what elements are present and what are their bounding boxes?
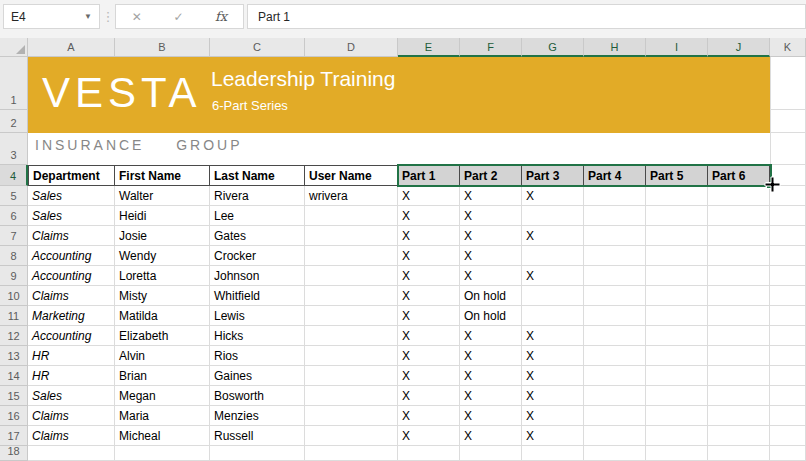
cell-E8[interactable]: X xyxy=(398,246,460,266)
cell-B6[interactable]: Heidi xyxy=(115,206,210,226)
cell-I10[interactable] xyxy=(646,286,708,306)
cell-C13[interactable]: Rios xyxy=(210,346,305,366)
cell-H10[interactable] xyxy=(584,286,646,306)
cell-H4[interactable]: Part 4 xyxy=(584,165,646,186)
row-header-12[interactable]: 12 xyxy=(0,326,28,346)
cell-A10[interactable]: Claims xyxy=(28,286,115,306)
cell-J12[interactable] xyxy=(708,326,770,346)
cell-E9[interactable]: X xyxy=(398,266,460,286)
cell-J11[interactable] xyxy=(708,306,770,326)
cell-E4[interactable]: Part 1 xyxy=(398,165,460,186)
cell-K14[interactable] xyxy=(770,366,806,386)
cell-K10[interactable] xyxy=(770,286,806,306)
cell-G15[interactable]: X xyxy=(522,386,584,406)
cell-D4[interactable]: User Name xyxy=(305,165,398,186)
cell-F5[interactable]: X xyxy=(460,186,522,206)
cell-E11[interactable]: X xyxy=(398,306,460,326)
row-header-1[interactable]: 1 xyxy=(0,57,28,110)
cell-C18[interactable] xyxy=(210,446,305,461)
column-header-J[interactable]: J xyxy=(708,38,770,57)
row-header-9[interactable]: 9 xyxy=(0,266,28,286)
cell-E14[interactable]: X xyxy=(398,366,460,386)
row-header-10[interactable]: 10 xyxy=(0,286,28,306)
cell-C8[interactable]: Crocker xyxy=(210,246,305,266)
cell-G11[interactable] xyxy=(522,306,584,326)
cell-D9[interactable] xyxy=(305,266,398,286)
row-header-14[interactable]: 14 xyxy=(0,366,28,386)
cell-H9[interactable] xyxy=(584,266,646,286)
cell-D6[interactable] xyxy=(305,206,398,226)
cell-C7[interactable]: Gates xyxy=(210,226,305,246)
cell-F4[interactable]: Part 2 xyxy=(460,165,522,186)
cell-F12[interactable]: X xyxy=(460,326,522,346)
cell-K5[interactable] xyxy=(770,186,806,206)
cell-I8[interactable] xyxy=(646,246,708,266)
cell-F11[interactable]: On hold xyxy=(460,306,522,326)
cell-J14[interactable] xyxy=(708,366,770,386)
cell-K4[interactable] xyxy=(770,165,806,186)
cell-J5[interactable] xyxy=(708,186,770,206)
cell-C12[interactable]: Hicks xyxy=(210,326,305,346)
row-header-17[interactable]: 17 xyxy=(0,426,28,446)
cell-B8[interactable]: Wendy xyxy=(115,246,210,266)
cell-I17[interactable] xyxy=(646,426,708,446)
column-header-C[interactable]: C xyxy=(210,38,305,57)
cell-K1[interactable] xyxy=(770,57,806,110)
cell-H18[interactable] xyxy=(584,446,646,461)
row-header-15[interactable]: 15 xyxy=(0,386,28,406)
cell-H12[interactable] xyxy=(584,326,646,346)
cell-J4[interactable]: Part 6 xyxy=(708,165,770,186)
cell-B18[interactable] xyxy=(115,446,210,461)
insert-function-icon[interactable]: fx xyxy=(215,9,227,24)
cell-I13[interactable] xyxy=(646,346,708,366)
cell-C16[interactable]: Menzies xyxy=(210,406,305,426)
cell-H14[interactable] xyxy=(584,366,646,386)
cell-I15[interactable] xyxy=(646,386,708,406)
row-header-8[interactable]: 8 xyxy=(0,246,28,266)
cell-D11[interactable] xyxy=(305,306,398,326)
cell-A9[interactable]: Accounting xyxy=(28,266,115,286)
cell-C5[interactable]: Rivera xyxy=(210,186,305,206)
cell-I14[interactable] xyxy=(646,366,708,386)
fill-handle[interactable] xyxy=(766,182,773,189)
cell-I12[interactable] xyxy=(646,326,708,346)
cell-G18[interactable] xyxy=(522,446,584,461)
cell-K11[interactable] xyxy=(770,306,806,326)
row-header-13[interactable]: 13 xyxy=(0,346,28,366)
cell-G17[interactable]: X xyxy=(522,426,584,446)
cell-A8[interactable]: Accounting xyxy=(28,246,115,266)
cell-D17[interactable] xyxy=(305,426,398,446)
cell-A12[interactable]: Accounting xyxy=(28,326,115,346)
cell-D12[interactable] xyxy=(305,326,398,346)
cell-D8[interactable] xyxy=(305,246,398,266)
cell-H8[interactable] xyxy=(584,246,646,266)
cell-H11[interactable] xyxy=(584,306,646,326)
cell-F10[interactable]: On hold xyxy=(460,286,522,306)
cell-C15[interactable]: Bosworth xyxy=(210,386,305,406)
row-header-2[interactable]: 2 xyxy=(0,110,28,133)
cell-B11[interactable]: Matilda xyxy=(115,306,210,326)
cell-G8[interactable] xyxy=(522,246,584,266)
enter-icon[interactable]: ✓ xyxy=(173,10,183,24)
row-header-6[interactable]: 6 xyxy=(0,206,28,226)
cell-H13[interactable] xyxy=(584,346,646,366)
cell-C9[interactable]: Johnson xyxy=(210,266,305,286)
cell-I18[interactable] xyxy=(646,446,708,461)
cell-K15[interactable] xyxy=(770,386,806,406)
column-header-B[interactable]: B xyxy=(115,38,210,57)
cell-C17[interactable]: Russell xyxy=(210,426,305,446)
cell-B16[interactable]: Maria xyxy=(115,406,210,426)
column-header-D[interactable]: D xyxy=(305,38,398,57)
cell-E5[interactable]: X xyxy=(398,186,460,206)
cell-I16[interactable] xyxy=(646,406,708,426)
cell-C14[interactable]: Gaines xyxy=(210,366,305,386)
cell-H5[interactable] xyxy=(584,186,646,206)
cell-I6[interactable] xyxy=(646,206,708,226)
cell-F18[interactable] xyxy=(460,446,522,461)
cell-D18[interactable] xyxy=(305,446,398,461)
cell-G6[interactable] xyxy=(522,206,584,226)
cell-G10[interactable] xyxy=(522,286,584,306)
cell-K3[interactable] xyxy=(770,133,806,165)
cell-K17[interactable] xyxy=(770,426,806,446)
cell-K2[interactable] xyxy=(770,110,806,133)
